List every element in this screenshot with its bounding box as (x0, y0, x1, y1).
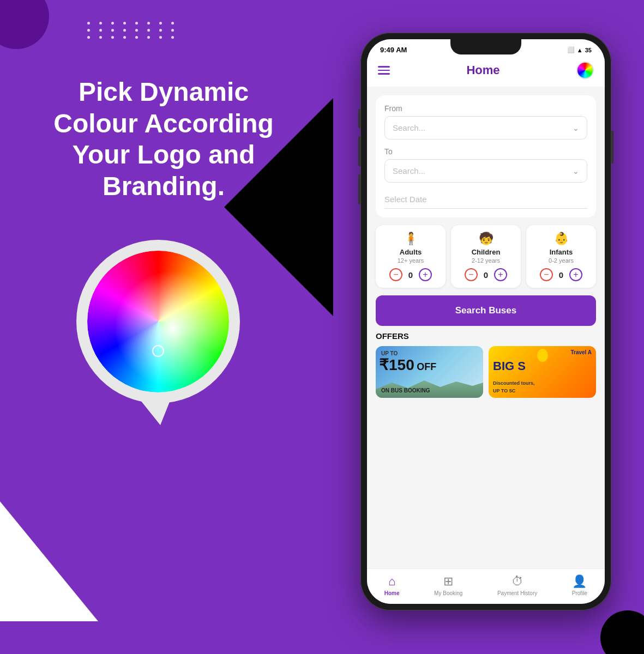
children-increment[interactable]: + (494, 268, 507, 281)
children-counter: − 0 + (455, 268, 516, 281)
color-wheel-container (71, 240, 245, 425)
volume-up-button (358, 136, 360, 166)
status-time: 9:49 AM (380, 46, 407, 54)
child-icon: 🧒 (455, 232, 516, 246)
children-age: 2-12 years (455, 257, 516, 264)
color-wheel-center-overlay (87, 251, 229, 392)
offer-off: OFF (417, 361, 436, 372)
passenger-section: 🧍 Adults 12+ years − 0 + 🧒 Children (376, 225, 596, 288)
profile-icon: 👤 (572, 574, 587, 589)
to-dropdown[interactable]: Search... ⌄ (384, 159, 587, 183)
nav-profile[interactable]: 👤 Profile (572, 574, 587, 596)
offer-mountain-deco (376, 376, 483, 398)
children-count: 0 (482, 270, 490, 280)
offer2-sub1: Discounted tours, (493, 380, 535, 386)
search-form-card: From Search... ⌄ To Search... ⌄ Select D… (376, 95, 596, 217)
offer2-big: BIG S (493, 359, 526, 373)
power-button (611, 131, 613, 164)
volume-down-button (358, 174, 360, 204)
offer-amount: ₹150 (379, 356, 414, 373)
clock-icon: ⏱ (511, 574, 523, 589)
booking-icon: ⊞ (443, 574, 453, 589)
from-chevron-icon: ⌄ (573, 124, 579, 132)
hamburger-menu[interactable] (378, 66, 390, 75)
adults-decrement[interactable]: − (389, 268, 402, 281)
infants-count: 0 (557, 270, 565, 280)
phone-screen: 9:49 AM ⬜ ▲ 35 Home (367, 39, 605, 604)
from-placeholder: Search... (393, 123, 425, 132)
adults-card: 🧍 Adults 12+ years − 0 + (376, 225, 446, 288)
offer2-title: Travel A (570, 349, 592, 355)
adults-count: 0 (407, 270, 414, 280)
infants-increment[interactable]: + (569, 268, 582, 281)
infants-counter: − 0 + (531, 268, 592, 281)
battery-icon: ⬜ (567, 46, 575, 53)
hamburger-line-2 (378, 70, 390, 71)
app-header: Home (367, 56, 605, 87)
app-content: From Search... ⌄ To Search... ⌄ Select D… (367, 87, 605, 580)
date-field[interactable]: Select Date (384, 190, 587, 209)
battery-percent: 35 (585, 47, 592, 53)
hamburger-line-3 (378, 73, 390, 75)
bottom-nav: ⌂ Home ⊞ My Booking ⏱ Payment History 👤 … (367, 568, 605, 604)
adults-increment[interactable]: + (419, 268, 432, 281)
offer-sub-text: ON BUS BOOKING (381, 387, 430, 393)
adults-counter: − 0 + (380, 268, 441, 281)
adult-icon: 🧍 (380, 232, 441, 246)
phone-frame: 9:49 AM ⬜ ▲ 35 Home (360, 33, 611, 610)
payment-nav-label: Payment History (497, 590, 537, 596)
booking-nav-label: My Booking (434, 590, 462, 596)
adults-label: Adults (380, 248, 441, 256)
color-theme-button[interactable] (576, 62, 594, 79)
phone-container: 9:49 AM ⬜ ▲ 35 Home (360, 33, 611, 610)
speech-bubble (76, 240, 240, 403)
color-wheel-gradient (87, 251, 229, 392)
children-decrement[interactable]: − (465, 268, 478, 281)
balloon-deco (537, 349, 548, 362)
left-section: Pick Dynamic Colour According Your Logo … (33, 76, 294, 202)
infants-decrement[interactable]: − (540, 268, 553, 281)
home-icon: ⌂ (388, 574, 395, 589)
from-dropdown[interactable]: Search... ⌄ (384, 116, 587, 140)
search-buses-button[interactable]: Search Buses (376, 295, 596, 326)
nav-my-booking[interactable]: ⊞ My Booking (434, 574, 462, 596)
nav-payment-history[interactable]: ⏱ Payment History (497, 574, 537, 596)
infants-card: 👶 Infants 0-2 years − 0 + (526, 225, 596, 288)
offers-title: OFFERS (376, 331, 596, 341)
home-nav-label: Home (384, 590, 400, 596)
offer-card-1[interactable]: UP TO ₹150 OFF ON BUS BOOKING (376, 346, 483, 398)
status-icons: ⬜ ▲ 35 (567, 46, 592, 53)
app-title: Home (466, 63, 499, 77)
dots-pattern-row1 (87, 22, 179, 39)
children-label: Children (455, 248, 516, 256)
phone-notch (450, 39, 521, 55)
deco-triangle-white (0, 501, 98, 621)
adults-age: 12+ years (380, 257, 441, 264)
wifi-icon: ▲ (577, 47, 583, 53)
color-wheel (87, 251, 229, 392)
date-placeholder: Select Date (384, 195, 427, 204)
nav-home[interactable]: ⌂ Home (384, 574, 400, 596)
to-label: To (384, 147, 587, 156)
offers-row: UP TO ₹150 OFF ON BUS BOOKING Travel A B… (376, 346, 596, 398)
from-label: From (384, 104, 587, 113)
infant-icon: 👶 (531, 232, 592, 246)
infants-age: 0-2 years (531, 257, 592, 264)
profile-nav-label: Profile (572, 590, 587, 596)
to-placeholder: Search... (393, 166, 425, 175)
headline: Pick Dynamic Colour According Your Logo … (33, 76, 294, 202)
hamburger-line-1 (378, 66, 390, 68)
children-card: 🧒 Children 2-12 years − 0 + (451, 225, 521, 288)
color-picker-indicator (152, 345, 164, 357)
offer2-sub2: UP TO 5C (493, 388, 515, 393)
to-chevron-icon: ⌄ (573, 167, 579, 175)
offer-card-2[interactable]: Travel A BIG S Discounted tours, UP TO 5… (489, 346, 596, 398)
infants-label: Infants (531, 248, 592, 256)
mute-button (358, 109, 360, 128)
offer-amount-block: ₹150 OFF (379, 356, 436, 374)
